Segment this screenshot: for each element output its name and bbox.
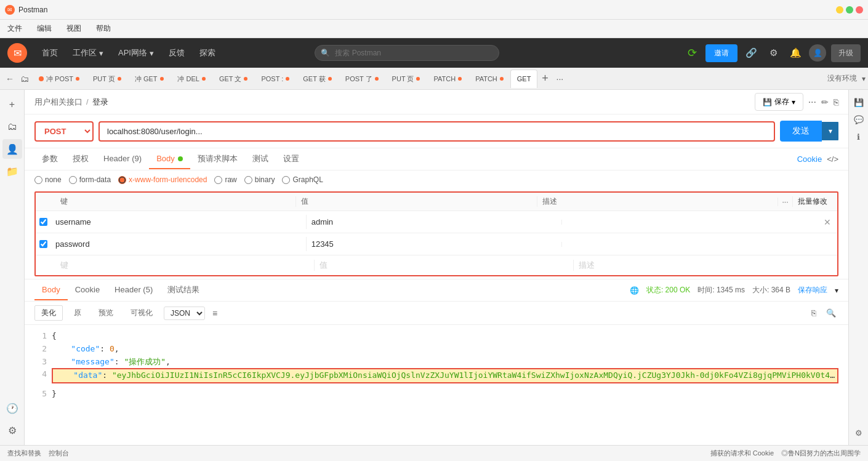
settings-icon[interactable]: ⚙ [765,44,782,62]
user-avatar[interactable]: 👤 [809,44,826,62]
req-tab-header[interactable]: Header (9) [96,149,149,169]
method-select[interactable]: POST GET PUT DELETE PATCH [34,121,94,142]
send-btn-main[interactable]: 发送 [780,121,822,142]
sidebar-right-settings-icon[interactable]: ⚙ [851,425,866,440]
res-tab-cookie[interactable]: Cookie [68,280,107,300]
sync-icon[interactable]: ⟳ [683,44,701,62]
menu-file[interactable]: 文件 [5,22,25,35]
req-tab-settings[interactable]: 设置 [276,148,307,170]
tab-8[interactable]: PUT 页 [385,70,427,88]
maximize-button[interactable] [846,6,853,14]
env-selector[interactable]: 没有环境 [822,73,862,84]
tab-6[interactable]: GET 获 [296,70,338,88]
sidebar-new-icon[interactable]: + [2,95,22,114]
body-type-binary[interactable]: binary [244,175,275,184]
nav-workspace[interactable]: 工作区 ▾ [68,45,108,61]
col-header-batch[interactable]: 批量修改 [792,196,832,207]
body-type-form-data[interactable]: form-data [69,175,111,184]
beautify-tab-format[interactable]: 美化 [34,305,63,321]
form-desc-username[interactable] [561,220,818,225]
sidebar-right-save-icon[interactable]: 💾 [851,95,866,110]
form-key-username[interactable]: username [50,215,306,229]
empty-desc[interactable]: 描述 [573,260,832,271]
nav-back-button[interactable]: ← [2,71,17,86]
nav-file-button[interactable]: 🗂 [17,71,32,86]
invite-button[interactable]: 邀请 [705,44,737,62]
filter-icon[interactable]: ≡ [212,308,217,318]
empty-val[interactable]: 值 [314,260,573,271]
body-type-urlencoded[interactable]: x-www-form-urlencoded [118,175,207,184]
send-btn-dropdown[interactable]: ▾ [822,122,838,140]
body-type-graphql[interactable]: GraphQL [282,175,323,184]
more-button[interactable]: ··· [808,97,816,108]
nav-home[interactable]: 首页 [37,45,63,61]
tab-5[interactable]: POST : [254,70,296,88]
req-tab-auth[interactable]: 授权 [65,148,96,170]
copy-response-button[interactable]: ⎘ [806,306,821,321]
form-value-password[interactable]: 12345 [306,237,562,251]
bell-icon[interactable]: 🔔 [787,44,804,62]
save-button[interactable]: 💾 保存 ▾ [755,93,803,111]
minimize-button[interactable] [836,6,843,14]
url-input[interactable] [98,121,775,142]
empty-key[interactable]: 键 [55,260,314,271]
delete-username-button[interactable]: ✕ [824,217,831,227]
close-button[interactable] [856,6,863,14]
form-check-password[interactable] [36,240,50,248]
body-type-none[interactable]: none [34,175,62,184]
menu-help[interactable]: 帮助 [94,22,113,35]
search-input[interactable] [315,45,499,61]
req-tab-pre-script[interactable]: 预请求脚本 [190,148,245,170]
copy-button[interactable]: ⎘ [834,97,838,107]
save-response-button[interactable]: 保存响应 [798,285,827,295]
bottom-console[interactable]: 控制台 [49,449,69,458]
menu-edit[interactable]: 编辑 [34,22,54,35]
req-tab-params[interactable]: 参数 [34,148,65,170]
password-checkbox[interactable] [39,240,47,248]
code-button[interactable]: </> [827,154,838,164]
tab-10[interactable]: PATCH [468,70,510,88]
form-desc-password[interactable] [561,242,818,247]
nav-explore[interactable]: 探索 [195,45,220,61]
sidebar-right-info-icon[interactable]: ℹ [851,129,866,144]
form-check-username[interactable] [36,218,50,226]
menu-view[interactable]: 视图 [64,22,84,35]
beautify-tab-preview[interactable]: 预览 [92,306,119,320]
save-response-dropdown[interactable]: ▾ [835,286,838,295]
tab-3[interactable]: 冲 DEL [171,70,212,88]
tab-2[interactable]: 冲 GET [128,70,171,88]
beautify-tab-raw[interactable]: 原 [68,306,87,320]
tab-9[interactable]: PATCH [427,70,468,88]
res-tab-test-results[interactable]: 测试结果 [160,279,207,302]
tab-0[interactable]: 冲 POST [32,70,86,88]
cookie-link[interactable]: Cookie [797,154,822,164]
sidebar-settings-bottom-icon[interactable]: ⚙ [2,420,22,440]
req-tab-tests[interactable]: 测试 [245,148,276,170]
sidebar-folder-icon[interactable]: 🗂 [2,117,22,137]
tab-1[interactable]: PUT 页 [86,70,128,88]
search-response-button[interactable]: 🔍 [824,306,838,321]
edit-button[interactable]: ✏ [821,97,829,107]
body-type-raw[interactable]: raw [214,175,236,184]
nav-feedback[interactable]: 反馈 [164,45,190,61]
upgrade-button[interactable]: 升级 [831,44,861,62]
tab-11[interactable]: GET [510,70,538,88]
sidebar-user-icon[interactable]: 👤 [2,139,22,159]
nav-api-network[interactable]: API网络 ▾ [113,45,159,61]
sidebar-collections-icon[interactable]: 📁 [2,161,22,181]
res-tab-body[interactable]: Body [34,280,68,300]
username-checkbox[interactable] [39,218,47,226]
form-value-username[interactable]: admin [306,215,562,229]
tab-4[interactable]: GET 文 [212,70,254,88]
tab-7[interactable]: POST 了 [339,70,385,88]
beautify-tab-visualize[interactable]: 可视化 [124,306,159,320]
env-dropdown-icon[interactable]: ▾ [862,74,866,83]
bottom-find-replace[interactable]: 查找和替换 [7,449,41,458]
more-tabs-button[interactable]: ··· [552,71,567,86]
sidebar-right-comment-icon[interactable]: 💬 [851,112,866,127]
add-tab-button[interactable]: + [537,71,552,86]
sidebar-history-icon[interactable]: 🕐 [2,398,22,418]
format-select[interactable]: JSON Text HTML [164,307,205,320]
req-tab-body[interactable]: Body [149,149,190,169]
link-icon[interactable]: 🔗 [742,44,760,62]
